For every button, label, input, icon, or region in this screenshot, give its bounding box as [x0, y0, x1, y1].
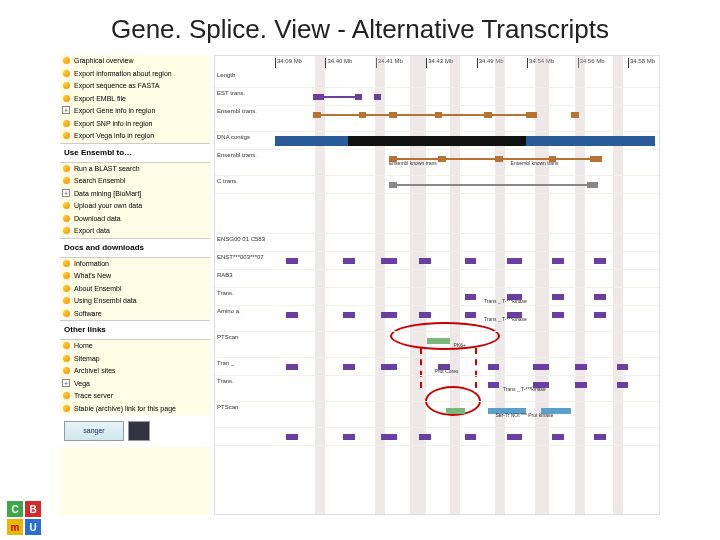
ruler-tick: 34.09 Mb [275, 58, 302, 68]
sidebar-item-label: Using Ensembl data [74, 297, 137, 304]
bullet-icon [63, 95, 70, 102]
sidebar-item[interactable]: Graphical overview [60, 55, 210, 68]
content-area: Graphical overviewExport information abo… [0, 55, 720, 515]
track-label: Ensembl trans. [217, 108, 272, 114]
track-gene-id[interactable]: ENSG00 01 C583 [215, 234, 659, 252]
bullet-icon [63, 310, 70, 317]
sidebar-item[interactable]: +Export Gene info in region [60, 105, 210, 118]
sidebar-item-label: Export sequence as FASTA [74, 82, 159, 89]
sidebar-item[interactable]: +Data mining [BioMart] [60, 188, 210, 201]
feature-label: PK6+ [454, 342, 466, 348]
bullet-icon [63, 177, 70, 184]
feature-label: Ensembl known trans [389, 160, 437, 166]
feature-label: Trans _ T-***kinase [484, 316, 527, 322]
sidebar-item-label: Export data [74, 227, 110, 234]
sidebar-item[interactable]: Search Ensembl [60, 175, 210, 188]
sidebar-item[interactable]: Software [60, 308, 210, 321]
sidebar-item-label: Export Gene info in region [74, 107, 155, 114]
track-ensembl-trans[interactable]: Ensembl trans. [215, 106, 659, 132]
sidebar-header-use: Use Ensembl to… [60, 143, 210, 163]
sidebar-item-label: Trace server [74, 392, 113, 399]
sidebar-item[interactable]: Export Vega info in region [60, 130, 210, 143]
sidebar-item[interactable]: Stable (archive) link for this page [60, 403, 210, 416]
sidebar-item-label: Export information about region [74, 70, 172, 77]
track-trans[interactable]: Trans. Trans _ T-***kinase [215, 288, 659, 306]
sidebar-item[interactable]: Export data [60, 225, 210, 238]
logo-tile-m: m [7, 519, 23, 535]
track-contigs[interactable]: DNA contigs [215, 132, 659, 150]
sidebar-item-label: Stable (archive) link for this page [74, 405, 176, 412]
track-label: PTScan [217, 404, 272, 410]
plus-icon: + [62, 106, 70, 114]
track-cds[interactable]: C trans. [215, 176, 659, 194]
sidebar-item-label: Export EMBL file [74, 95, 126, 102]
sidebar-item[interactable]: Home [60, 340, 210, 353]
bullet-icon [63, 342, 70, 349]
track-ptscan2[interactable]: PTScan Ser-Tr NOt *** Prot kinase [215, 402, 659, 428]
sidebar-item[interactable]: Export information about region [60, 68, 210, 81]
partner-logo[interactable] [128, 421, 150, 441]
track-label: RAB3 [217, 272, 272, 278]
track-label: Ensembl trans. [217, 152, 272, 158]
sidebar-item[interactable]: Sitemap [60, 353, 210, 366]
sidebar-item[interactable]: Export sequence as FASTA [60, 80, 210, 93]
genome-ruler: 34.09 Mb34.40 Mb34.41 Mb34.42 Mb34.49 Mb… [275, 58, 655, 68]
bullet-icon [63, 202, 70, 209]
sidebar-item[interactable]: What's New [60, 270, 210, 283]
track-label: ENSG00 01 C583 [217, 236, 272, 242]
footer-logo: C B m U [6, 500, 42, 536]
sanger-logo[interactable]: sanger [64, 421, 124, 441]
bullet-icon [63, 260, 70, 267]
ruler-tick: 34.40 Mb [325, 58, 352, 68]
sidebar-item[interactable]: Export SNP info in region [60, 118, 210, 131]
sidebar-item[interactable]: Using Ensembl data [60, 295, 210, 308]
sidebar-item[interactable]: Information [60, 258, 210, 271]
sidebar-item-label: Download data [74, 215, 121, 222]
sidebar-item-label: Export SNP info in region [74, 120, 152, 127]
track-label: PTScan [217, 334, 272, 340]
feature-label: Trans _ T-***kinase [503, 386, 546, 392]
track-tran2[interactable]: Tran _ Prot Cores [215, 358, 659, 376]
bullet-icon [63, 392, 70, 399]
bullet-icon [63, 297, 70, 304]
sidebar-item-label: About Ensembl [74, 285, 121, 292]
slide-title: Gene. Splice. View - Alternative Transcr… [0, 0, 720, 55]
track-length: Length [215, 70, 659, 88]
bullet-icon [63, 215, 70, 222]
track-final[interactable] [215, 428, 659, 446]
track-enst[interactable]: ENST***003***07 [215, 252, 659, 270]
sidebar-item[interactable]: Download data [60, 213, 210, 226]
track-rabs[interactable]: RAB3 [215, 270, 659, 288]
sidebar-item-label: Export Vega info in region [74, 132, 154, 139]
bullet-icon [63, 82, 70, 89]
sidebar-item-label: Upload your own data [74, 202, 142, 209]
bullet-icon [63, 70, 70, 77]
track-spacer [215, 194, 659, 234]
sidebar-item[interactable]: Export EMBL file [60, 93, 210, 106]
sidebar-item-label: Home [74, 342, 93, 349]
sidebar-item[interactable]: Upload your own data [60, 200, 210, 213]
sidebar: Graphical overviewExport information abo… [60, 55, 210, 515]
genome-view[interactable]: 34.09 Mb34.40 Mb34.41 Mb34.42 Mb34.49 Mb… [214, 55, 660, 515]
track-ensembl-trans-2[interactable]: Ensembl trans. Ensembl known trans Ensem… [215, 150, 659, 176]
track-aminoa[interactable]: Amino a. Trans _ T-***kinase [215, 306, 659, 332]
sidebar-item[interactable]: Run a BLAST search [60, 163, 210, 176]
bullet-icon [63, 272, 70, 279]
logo-tile-u: U [25, 519, 41, 535]
track-ptscan[interactable]: PTScan PK6+ [215, 332, 659, 358]
feature-label: Ensembl known trans [511, 160, 559, 166]
contig-core [348, 136, 526, 146]
sidebar-item[interactable]: +Vega [60, 378, 210, 391]
sidebar-header-docs: Docs and downloads [60, 238, 210, 258]
track-est[interactable]: EST trans. [215, 88, 659, 106]
bullet-icon [63, 165, 70, 172]
bullet-icon [63, 405, 70, 412]
sidebar-item[interactable]: Trace server [60, 390, 210, 403]
sidebar-item-label: Vega [74, 380, 90, 387]
bullet-icon [63, 285, 70, 292]
track-label: Trans. [217, 378, 272, 384]
track-label: Length [217, 72, 272, 78]
track-trans3[interactable]: Trans. Trans _ T-***kinase [215, 376, 659, 402]
sidebar-item[interactable]: About Ensembl [60, 283, 210, 296]
sidebar-item[interactable]: Archive! sites [60, 365, 210, 378]
